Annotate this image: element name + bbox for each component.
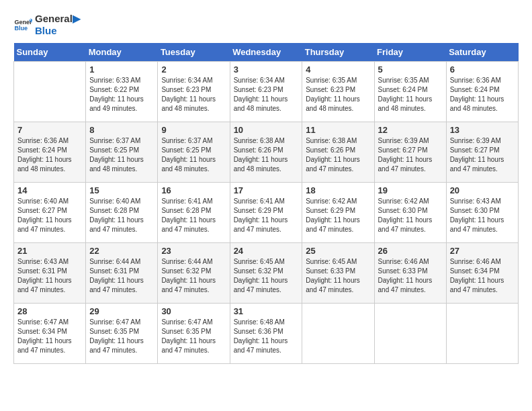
day-info: Sunrise: 6:39 AM Sunset: 6:27 PM Dayligh… [378, 136, 443, 174]
calendar-cell: 31Sunrise: 6:48 AM Sunset: 6:36 PM Dayli… [230, 303, 302, 363]
day-info: Sunrise: 6:39 AM Sunset: 6:27 PM Dayligh… [450, 136, 515, 174]
day-info: Sunrise: 6:45 AM Sunset: 6:33 PM Dayligh… [306, 257, 370, 295]
day-number: 13 [450, 125, 515, 135]
calendar-cell: 22Sunrise: 6:44 AM Sunset: 6:31 PM Dayli… [86, 242, 158, 303]
day-info: Sunrise: 6:40 AM Sunset: 6:27 PM Dayligh… [17, 197, 82, 234]
calendar-week-4: 21Sunrise: 6:43 AM Sunset: 6:31 PM Dayli… [14, 242, 519, 303]
calendar-cell [302, 303, 374, 363]
day-number: 4 [306, 64, 370, 75]
calendar-cell: 9Sunrise: 6:37 AM Sunset: 6:25 PM Daylig… [158, 122, 230, 182]
day-number: 14 [17, 185, 82, 195]
calendar-cell: 15Sunrise: 6:40 AM Sunset: 6:28 PM Dayli… [86, 182, 158, 242]
logo-text: General▶ [35, 13, 81, 25]
day-number: 11 [306, 125, 370, 135]
day-header-wednesday: Wednesday [230, 43, 302, 62]
logo-subtext: Blue [35, 25, 81, 36]
calendar-cell [14, 61, 86, 122]
day-number: 18 [306, 185, 370, 195]
calendar-cell [374, 303, 446, 363]
day-info: Sunrise: 6:42 AM Sunset: 6:29 PM Dayligh… [306, 197, 370, 234]
calendar-cell: 28Sunrise: 6:47 AM Sunset: 6:34 PM Dayli… [14, 303, 86, 363]
day-info: Sunrise: 6:46 AM Sunset: 6:33 PM Dayligh… [378, 257, 443, 295]
day-header-saturday: Saturday [446, 43, 518, 62]
day-info: Sunrise: 6:45 AM Sunset: 6:32 PM Dayligh… [234, 257, 299, 295]
calendar-cell: 7Sunrise: 6:36 AM Sunset: 6:24 PM Daylig… [14, 122, 86, 182]
day-number: 12 [378, 125, 443, 135]
day-number: 22 [89, 246, 154, 256]
day-number: 19 [378, 185, 443, 195]
day-number: 3 [234, 64, 299, 75]
day-number: 24 [234, 246, 299, 256]
day-info: Sunrise: 6:34 AM Sunset: 6:23 PM Dayligh… [161, 76, 226, 113]
day-header-tuesday: Tuesday [158, 43, 230, 62]
calendar-week-3: 14Sunrise: 6:40 AM Sunset: 6:27 PM Dayli… [14, 182, 519, 242]
calendar-cell: 23Sunrise: 6:44 AM Sunset: 6:32 PM Dayli… [158, 242, 230, 303]
calendar-cell: 3Sunrise: 6:34 AM Sunset: 6:23 PM Daylig… [230, 61, 302, 122]
day-number: 28 [17, 306, 82, 316]
day-info: Sunrise: 6:38 AM Sunset: 6:26 PM Dayligh… [306, 136, 370, 174]
day-number: 25 [306, 246, 370, 256]
calendar-week-1: 1Sunrise: 6:33 AM Sunset: 6:22 PM Daylig… [14, 61, 519, 122]
calendar-cell: 21Sunrise: 6:43 AM Sunset: 6:31 PM Dayli… [14, 242, 86, 303]
calendar-cell: 30Sunrise: 6:47 AM Sunset: 6:35 PM Dayli… [158, 303, 230, 363]
day-number: 2 [161, 64, 226, 75]
calendar-cell: 2Sunrise: 6:34 AM Sunset: 6:23 PM Daylig… [158, 61, 230, 122]
calendar-cell: 25Sunrise: 6:45 AM Sunset: 6:33 PM Dayli… [302, 242, 374, 303]
day-info: Sunrise: 6:37 AM Sunset: 6:25 PM Dayligh… [89, 136, 154, 174]
calendar-cell: 14Sunrise: 6:40 AM Sunset: 6:27 PM Dayli… [14, 182, 86, 242]
day-number: 29 [89, 306, 154, 316]
day-number: 23 [161, 246, 226, 256]
day-number: 6 [450, 64, 515, 75]
day-info: Sunrise: 6:47 AM Sunset: 6:35 PM Dayligh… [161, 318, 226, 355]
calendar-cell: 5Sunrise: 6:35 AM Sunset: 6:24 PM Daylig… [374, 61, 446, 122]
calendar-cell: 18Sunrise: 6:42 AM Sunset: 6:29 PM Dayli… [302, 182, 374, 242]
day-header-friday: Friday [374, 43, 446, 62]
calendar-cell: 20Sunrise: 6:43 AM Sunset: 6:30 PM Dayli… [446, 182, 518, 242]
day-header-thursday: Thursday [302, 43, 374, 62]
day-info: Sunrise: 6:41 AM Sunset: 6:28 PM Dayligh… [161, 197, 226, 234]
day-info: Sunrise: 6:48 AM Sunset: 6:36 PM Dayligh… [234, 318, 299, 355]
day-number: 26 [378, 246, 443, 256]
calendar-cell: 19Sunrise: 6:42 AM Sunset: 6:30 PM Dayli… [374, 182, 446, 242]
calendar-cell: 4Sunrise: 6:35 AM Sunset: 6:23 PM Daylig… [302, 61, 374, 122]
day-info: Sunrise: 6:46 AM Sunset: 6:34 PM Dayligh… [450, 257, 515, 295]
day-number: 15 [89, 185, 154, 195]
day-info: Sunrise: 6:44 AM Sunset: 6:31 PM Dayligh… [89, 257, 154, 295]
day-info: Sunrise: 6:40 AM Sunset: 6:28 PM Dayligh… [89, 197, 154, 234]
calendar-cell: 16Sunrise: 6:41 AM Sunset: 6:28 PM Dayli… [158, 182, 230, 242]
day-number: 1 [89, 64, 154, 75]
day-number: 17 [234, 185, 299, 195]
day-info: Sunrise: 6:43 AM Sunset: 6:31 PM Dayligh… [17, 257, 82, 295]
logo-icon: General Blue [13, 15, 32, 34]
day-info: Sunrise: 6:36 AM Sunset: 6:24 PM Dayligh… [17, 136, 82, 174]
day-number: 31 [234, 306, 299, 316]
day-info: Sunrise: 6:44 AM Sunset: 6:32 PM Dayligh… [161, 257, 226, 295]
day-number: 16 [161, 185, 226, 195]
day-number: 9 [161, 125, 226, 135]
day-info: Sunrise: 6:38 AM Sunset: 6:26 PM Dayligh… [234, 136, 299, 174]
day-info: Sunrise: 6:35 AM Sunset: 6:23 PM Dayligh… [306, 76, 370, 113]
day-info: Sunrise: 6:33 AM Sunset: 6:22 PM Dayligh… [89, 76, 154, 113]
calendar-cell: 8Sunrise: 6:37 AM Sunset: 6:25 PM Daylig… [86, 122, 158, 182]
day-header-sunday: Sunday [14, 43, 86, 62]
day-info: Sunrise: 6:42 AM Sunset: 6:30 PM Dayligh… [378, 197, 443, 234]
calendar-header-row: SundayMondayTuesdayWednesdayThursdayFrid… [14, 43, 519, 62]
day-number: 20 [450, 185, 515, 195]
day-number: 21 [17, 246, 82, 256]
day-number: 30 [161, 306, 226, 316]
day-info: Sunrise: 6:36 AM Sunset: 6:24 PM Dayligh… [450, 76, 515, 113]
logo: General Blue General▶ Blue [13, 13, 81, 36]
calendar-table: SundayMondayTuesdayWednesdayThursdayFrid… [13, 43, 519, 364]
day-number: 5 [378, 64, 443, 75]
day-info: Sunrise: 6:35 AM Sunset: 6:24 PM Dayligh… [378, 76, 443, 113]
day-number: 27 [450, 246, 515, 256]
calendar-cell: 26Sunrise: 6:46 AM Sunset: 6:33 PM Dayli… [374, 242, 446, 303]
day-info: Sunrise: 6:37 AM Sunset: 6:25 PM Dayligh… [161, 136, 226, 174]
calendar-week-5: 28Sunrise: 6:47 AM Sunset: 6:34 PM Dayli… [14, 303, 519, 363]
calendar-cell: 24Sunrise: 6:45 AM Sunset: 6:32 PM Dayli… [230, 242, 302, 303]
calendar-cell: 11Sunrise: 6:38 AM Sunset: 6:26 PM Dayli… [302, 122, 374, 182]
calendar-cell: 10Sunrise: 6:38 AM Sunset: 6:26 PM Dayli… [230, 122, 302, 182]
day-number: 10 [234, 125, 299, 135]
svg-text:Blue: Blue [14, 25, 28, 32]
day-info: Sunrise: 6:47 AM Sunset: 6:35 PM Dayligh… [89, 318, 154, 355]
